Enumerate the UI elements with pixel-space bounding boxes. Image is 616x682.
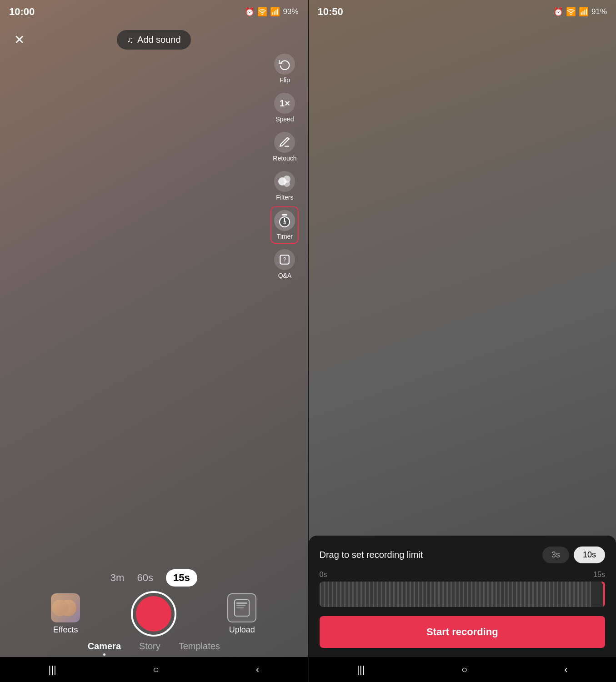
timeline-start-label: 0s [320, 571, 327, 579]
music-icon: ♫ [127, 35, 134, 45]
timer-pills: 3s 10s [542, 547, 605, 563]
svg-rect-5 [282, 214, 287, 216]
status-icons-right: ⏰ 🛜 📶 91% [553, 7, 607, 17]
effects-thumbnail-inner [51, 593, 80, 622]
signal-icon-right: 📶 [579, 7, 589, 17]
upload-label: Upload [229, 625, 255, 635]
nav-home-left[interactable]: ○ [153, 664, 159, 676]
timeline-track[interactable] [320, 582, 606, 607]
add-sound-button[interactable]: ♫ Add sound [117, 30, 191, 50]
status-bar-right: 10:50 ⏰ 🛜 📶 91% [309, 0, 616, 24]
face-left [52, 600, 68, 616]
alarm-icon-right: ⏰ [553, 7, 563, 17]
timer-pill-10s[interactable]: 10s [574, 547, 605, 563]
flip-label: Flip [280, 76, 290, 84]
timer-label: Timer [277, 233, 293, 240]
timeline-cursor [603, 582, 605, 607]
timer-pill-3s[interactable]: 3s [542, 547, 569, 563]
duration-15s[interactable]: 15s [166, 569, 197, 587]
close-button[interactable]: ✕ [9, 30, 29, 50]
signal-icon: 📶 [270, 7, 280, 17]
start-recording-label: Start recording [426, 626, 498, 637]
svg-text:?: ? [283, 256, 286, 263]
filters-icon-container [274, 171, 295, 192]
svg-point-1 [288, 138, 290, 140]
alarm-icon: ⏰ [245, 7, 255, 17]
timer-sheet-header: Drag to set recording limit 3s 10s [320, 547, 606, 563]
tab-camera-dot [103, 653, 105, 656]
duration-3m[interactable]: 3m [110, 572, 125, 584]
status-time-left: 10:00 [9, 6, 35, 18]
right-toolbar: Flip 1× Speed Retouch [269, 50, 300, 283]
start-recording-button[interactable]: Start recording [320, 616, 606, 648]
duration-60s[interactable]: 60s [137, 572, 153, 584]
timeline-fill [320, 582, 591, 607]
effects-thumbnail [51, 593, 80, 622]
nav-recent-left[interactable]: ||| [48, 664, 56, 676]
toolbar-item-timer[interactable]: 3 Timer [270, 206, 299, 244]
svg-point-4 [284, 181, 290, 187]
record-button[interactable] [131, 591, 176, 637]
timer-sheet-title: Drag to set recording limit [320, 550, 423, 560]
timer-icon-container: 3 [274, 210, 295, 231]
tab-templates-label: Templates [179, 641, 220, 652]
timeline-labels: 0s 15s [320, 571, 606, 579]
tab-story[interactable]: Story [139, 641, 160, 656]
upload-icon-box [227, 593, 256, 622]
toolbar-item-flip[interactable]: Flip [270, 50, 299, 87]
record-button-inner [136, 596, 171, 632]
tab-camera-label: Camera [88, 641, 121, 652]
status-time-right: 10:50 [318, 6, 343, 18]
toolbar-item-qa[interactable]: ? Q&A [270, 246, 299, 283]
toolbar-item-retouch[interactable]: Retouch [269, 128, 300, 165]
upload-button[interactable]: Upload [176, 593, 307, 635]
tab-story-label: Story [139, 641, 160, 652]
qa-label: Q&A [278, 272, 292, 279]
top-bar: ✕ ♫ Add sound [0, 25, 308, 54]
speed-label: Speed [275, 115, 294, 123]
speed-icon-container: 1× [274, 93, 295, 114]
tab-templates[interactable]: Templates [179, 641, 220, 656]
system-nav-left: ||| ○ ‹ [0, 657, 308, 682]
battery-left: 93% [283, 7, 298, 16]
left-phone-panel: 10:00 ⏰ 🛜 📶 93% ✕ ♫ Add sound Flip [0, 0, 308, 682]
tab-camera[interactable]: Camera [88, 641, 121, 656]
nav-recent-right[interactable]: ||| [357, 664, 365, 676]
status-bar-left: 10:00 ⏰ 🛜 📶 93% [0, 0, 308, 24]
battery-right: 91% [591, 7, 607, 16]
wifi-icon-right: 🛜 [566, 7, 576, 17]
bottom-tabs: Camera Story Templates [0, 641, 308, 656]
timer-sheet: Drag to set recording limit 3s 10s 0s 15… [309, 536, 616, 657]
timeline-end-label: 15s [593, 571, 605, 579]
toolbar-item-filters[interactable]: Filters [270, 167, 299, 205]
qa-icon-container: ? [274, 249, 295, 270]
nav-back-right[interactable]: ‹ [564, 664, 567, 676]
speed-icon: 1× [280, 98, 290, 109]
retouch-icon-container [274, 132, 295, 153]
svg-rect-15 [236, 607, 244, 608]
retouch-label: Retouch [273, 155, 296, 162]
wifi-icon: 🛜 [257, 7, 267, 17]
toolbar-item-speed[interactable]: 1× Speed [270, 89, 299, 126]
nav-home-right[interactable]: ○ [461, 664, 467, 676]
timer-pill-3s-label: 3s [551, 550, 560, 559]
nav-back-left[interactable]: ‹ [256, 664, 259, 676]
timer-pill-10s-label: 10s [583, 550, 596, 559]
close-icon: ✕ [14, 32, 25, 47]
filters-label: Filters [276, 194, 293, 201]
system-nav-right: ||| ○ ‹ [309, 657, 616, 682]
effects-label: Effects [53, 625, 78, 635]
flip-icon-container [274, 54, 295, 75]
svg-rect-13 [236, 602, 247, 604]
effects-button[interactable]: Effects [0, 593, 131, 635]
right-phone-panel: 10:50 ⏰ 🛜 📶 91% Drag to set recording li… [309, 0, 616, 682]
add-sound-label: Add sound [137, 35, 181, 45]
bottom-controls: Effects Upload [0, 591, 308, 637]
status-icons-left: ⏰ 🛜 📶 93% [245, 7, 298, 17]
svg-rect-14 [236, 605, 245, 606]
duration-row: 3m 60s 15s [0, 569, 308, 587]
